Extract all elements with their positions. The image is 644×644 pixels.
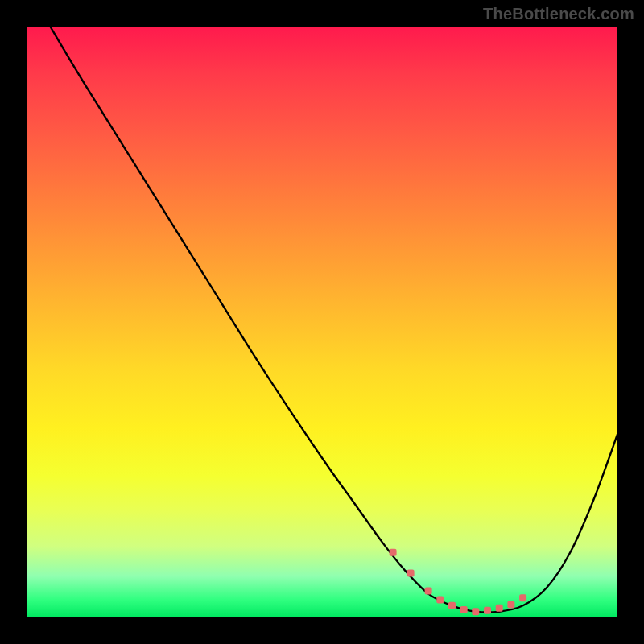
highlight-points bbox=[390, 549, 526, 615]
plot-area bbox=[27, 27, 617, 617]
bottleneck-curve bbox=[50, 27, 617, 613]
marker-point bbox=[407, 570, 415, 577]
marker-point bbox=[460, 606, 468, 613]
chart-frame: TheBottleneck.com bbox=[0, 0, 644, 644]
marker-point bbox=[425, 588, 432, 595]
marker-point bbox=[448, 602, 456, 609]
marker-point bbox=[507, 601, 514, 608]
marker-point bbox=[472, 608, 479, 615]
marker-point bbox=[519, 594, 526, 601]
marker-point bbox=[390, 549, 397, 556]
marker-point bbox=[496, 605, 503, 612]
watermark-text: TheBottleneck.com bbox=[483, 5, 634, 23]
marker-point bbox=[484, 607, 491, 614]
marker-point bbox=[436, 597, 444, 604]
curve-layer bbox=[27, 27, 617, 617]
